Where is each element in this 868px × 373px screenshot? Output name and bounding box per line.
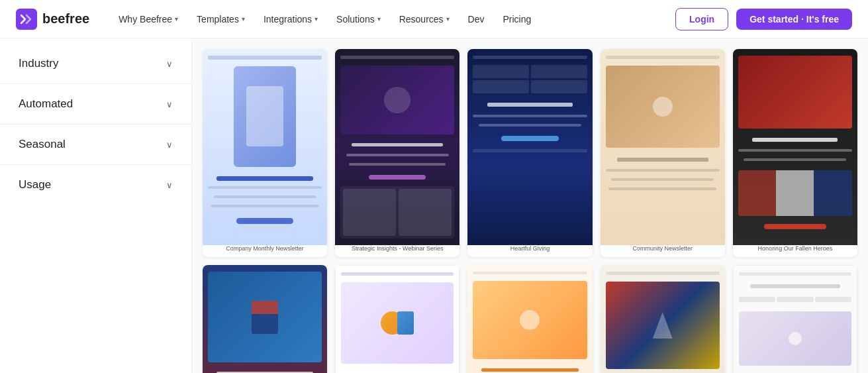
template-card[interactable]: Free Shipping · 10% Off — [733, 265, 857, 373]
template-card[interactable]: Memorial Day - Monday 30 May — [601, 265, 725, 373]
nav-dev[interactable]: Dev — [460, 10, 493, 28]
card-label: Company Monthly Newsletter — [203, 245, 327, 257]
login-button[interactable]: Login — [675, 8, 728, 30]
sidebar-item-label: Usage — [19, 178, 51, 191]
template-card[interactable]: Company Monthly Newsletter — [203, 49, 327, 257]
template-card[interactable]: Honoring Our Fallen Heroes — [733, 49, 857, 257]
navbar: beefree Why Beefree ▾ Templates ▾ Integr… — [0, 0, 868, 38]
template-card[interactable]: Community Newsletter — [601, 49, 725, 257]
nav-actions: Login Get started · It's free — [675, 8, 852, 30]
chevron-down-icon: ▾ — [377, 15, 381, 23]
template-card[interactable]: Memorial Day — [203, 265, 327, 373]
template-card[interactable]: Heartful Giving — [467, 49, 592, 257]
page-body: Industry ∨ Automated ∨ Seasonal ∨ Usage … — [0, 38, 868, 373]
sidebar: Industry ∨ Automated ∨ Seasonal ∨ Usage … — [0, 38, 192, 373]
template-card[interactable]: Company Monthly Newsletter — [335, 265, 459, 373]
sidebar-item-seasonal[interactable]: Seasonal ∨ — [0, 125, 191, 165]
sidebar-item-label: Seasonal — [19, 138, 66, 151]
logo[interactable]: beefree — [16, 9, 89, 30]
chevron-down-icon: ∨ — [166, 99, 173, 109]
svg-rect-0 — [16, 9, 37, 30]
sidebar-item-usage[interactable]: Usage ∨ — [0, 165, 191, 205]
sidebar-item-label: Industry — [19, 57, 58, 70]
chevron-down-icon: ▾ — [242, 15, 245, 23]
signup-button[interactable]: Get started · It's free — [736, 9, 852, 30]
template-card[interactable]: Celebrating Mothers Today & Everyday — [467, 265, 592, 373]
nav-why-beefree[interactable]: Why Beefree ▾ — [111, 10, 186, 28]
chevron-down-icon: ▾ — [175, 15, 178, 23]
logo-text: beefree — [42, 11, 89, 27]
card-label: Heartful Giving — [467, 245, 592, 257]
card-label: Honoring Our Fallen Heroes — [733, 245, 857, 257]
nav-links: Why Beefree ▾ Templates ▾ Integrations ▾… — [111, 10, 675, 28]
nav-solutions[interactable]: Solutions ▾ — [328, 10, 389, 28]
template-grid: Company Monthly Newsletter — [203, 44, 857, 373]
chevron-down-icon: ▾ — [314, 15, 318, 23]
chevron-down-icon: ▾ — [446, 15, 450, 23]
card-label: Strategic Insights - Webinar Series — [335, 245, 459, 257]
chevron-down-icon: ∨ — [166, 180, 173, 190]
nav-templates[interactable]: Templates ▾ — [189, 10, 253, 28]
nav-integrations[interactable]: Integrations ▾ — [256, 10, 326, 28]
chevron-down-icon: ∨ — [166, 59, 173, 69]
main-content: Company Monthly Newsletter — [192, 38, 868, 373]
sidebar-item-industry[interactable]: Industry ∨ — [0, 44, 191, 84]
template-card[interactable]: Strategic Insights - Webinar Series — [335, 49, 459, 257]
nav-pricing[interactable]: Pricing — [495, 10, 540, 28]
chevron-down-icon: ∨ — [166, 140, 173, 150]
card-label: Community Newsletter — [601, 245, 725, 257]
sidebar-item-automated[interactable]: Automated ∨ — [0, 84, 191, 125]
sidebar-item-label: Automated — [19, 97, 73, 111]
nav-resources[interactable]: Resources ▾ — [391, 10, 458, 28]
